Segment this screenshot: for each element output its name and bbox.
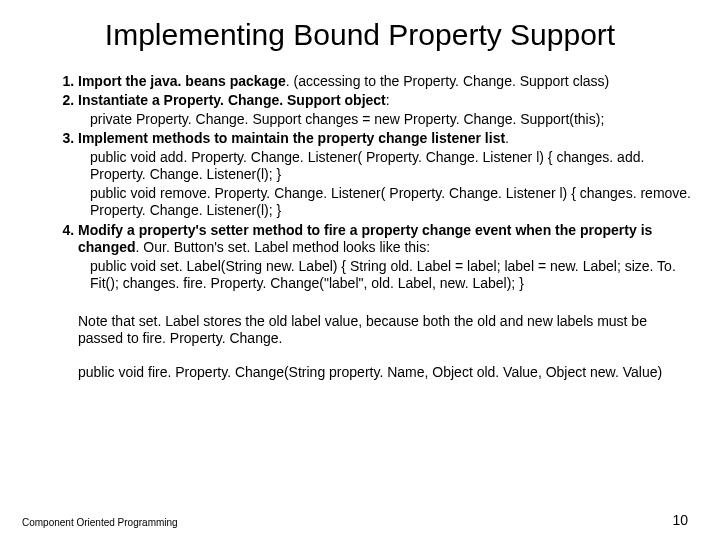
item-lead-bold: Instantiate a Property. Change. Support … bbox=[78, 92, 386, 108]
item-lead-rest: . (accessing to the Property. Change. Su… bbox=[286, 73, 609, 89]
code-line: public void remove. Property. Change. Li… bbox=[78, 185, 692, 220]
code-line: public void add. Property. Change. Liste… bbox=[78, 149, 692, 184]
code-line: private Property. Change. Support change… bbox=[78, 111, 692, 129]
numbered-list: Import the java. beans package. (accessi… bbox=[28, 73, 692, 293]
page-number: 10 bbox=[672, 512, 688, 528]
list-item: Implement methods to maintain the proper… bbox=[78, 130, 692, 220]
footer-left: Component Oriented Programming bbox=[22, 517, 178, 528]
note-text: Note that set. Label stores the old labe… bbox=[78, 313, 647, 347]
item-lead-rest: : bbox=[386, 92, 390, 108]
list-item: Instantiate a Property. Change. Support … bbox=[78, 92, 692, 128]
item-lead-rest: . bbox=[505, 130, 509, 146]
signature-text: public void fire. Property. Change(Strin… bbox=[78, 364, 662, 380]
list-item: Modify a property's setter method to fir… bbox=[78, 222, 692, 293]
note-paragraph: Note that set. Label stores the old labe… bbox=[28, 313, 692, 348]
code-line: public void set. Label(String new. Label… bbox=[78, 258, 692, 293]
item-lead-rest: . Our. Button's set. Label method looks … bbox=[136, 239, 431, 255]
item-lead-bold: Implement methods to maintain the proper… bbox=[78, 130, 505, 146]
item-lead-bold: Import the java. beans package bbox=[78, 73, 286, 89]
page-title: Implementing Bound Property Support bbox=[28, 18, 692, 53]
list-item: Import the java. beans package. (accessi… bbox=[78, 73, 692, 91]
signature-line: public void fire. Property. Change(Strin… bbox=[28, 364, 692, 382]
